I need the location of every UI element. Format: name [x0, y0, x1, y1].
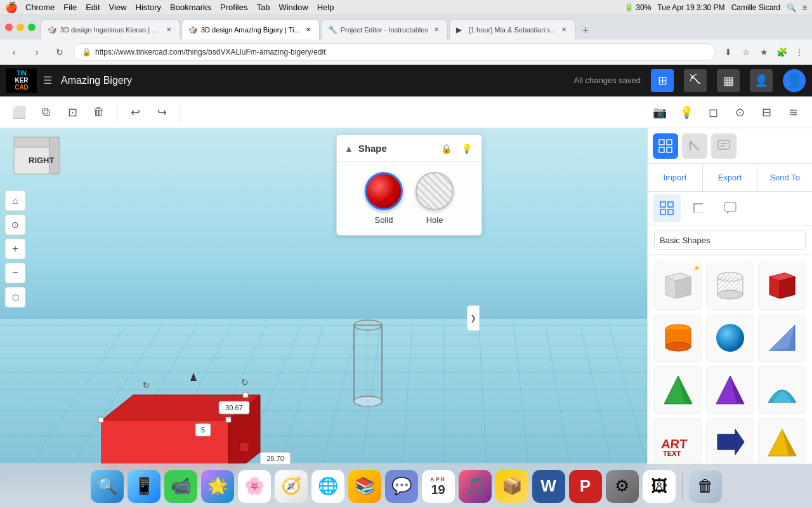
panel-collapse-btn[interactable]: ❯: [467, 305, 480, 331]
menu-history[interactable]: History: [136, 3, 161, 12]
address-box[interactable]: 🔒 https://www.tinkercad.com/things/bsdVX…: [74, 43, 716, 61]
align-btn[interactable]: ⊙: [728, 101, 751, 124]
dock-system-prefs[interactable]: ⚙: [606, 470, 639, 503]
gallery-btn[interactable]: ▦: [717, 69, 740, 92]
forward-button[interactable]: ›: [28, 43, 46, 61]
menu-profiles[interactable]: Profiles: [220, 3, 247, 12]
group-btn[interactable]: ⊡: [61, 101, 84, 124]
tab4-close[interactable]: ✕: [560, 25, 568, 34]
profile-btn[interactable]: 👤: [783, 69, 806, 92]
dock-preview[interactable]: 🖼: [643, 470, 676, 503]
tinkercad-logo[interactable]: TIN KER CAD: [6, 69, 37, 93]
shapes-comment-view-btn[interactable]: [716, 194, 744, 222]
dock-ibooks[interactable]: 📚: [348, 470, 381, 503]
refresh-button[interactable]: ↻: [51, 43, 69, 61]
bulb-panel-icon[interactable]: 💡: [459, 141, 474, 156]
undo-btn[interactable]: ↩: [124, 101, 147, 124]
collapse-panel-btn[interactable]: ▲: [344, 144, 353, 154]
shape-cone-green[interactable]: [654, 366, 702, 414]
corner-panel-tab[interactable]: [682, 133, 707, 159]
shape-cylinder-hole[interactable]: [706, 262, 754, 310]
menu-edit[interactable]: Edit: [86, 3, 100, 12]
dock-discord[interactable]: 💬: [385, 470, 418, 503]
menu-help[interactable]: Help: [317, 3, 334, 12]
menu-tab[interactable]: Tab: [256, 3, 270, 12]
menu-chrome[interactable]: Chrome: [25, 3, 55, 12]
select-btn[interactable]: ◻: [702, 101, 724, 124]
dock-siri[interactable]: 🌟: [201, 470, 234, 503]
dock-photos[interactable]: 🌸: [238, 470, 271, 503]
menu-file[interactable]: File: [63, 3, 77, 12]
shape-text-red[interactable]: ART TEXT: [654, 418, 702, 466]
solid-option[interactable]: Solid: [365, 172, 403, 225]
dock-chrome[interactable]: 🌐: [311, 470, 344, 503]
search-icon[interactable]: 🔍: [787, 3, 796, 12]
menu-view[interactable]: View: [109, 3, 127, 12]
dock-pages[interactable]: P: [569, 470, 602, 503]
shape-sphere[interactable]: [706, 314, 754, 362]
dock-notes[interactable]: 📦: [495, 470, 528, 503]
pick-tool-btn[interactable]: ⛏: [684, 69, 707, 92]
tab1-close[interactable]: ✕: [164, 25, 173, 34]
shape-roof-teal[interactable]: [758, 366, 806, 414]
grid-panel-tab[interactable]: [653, 133, 678, 159]
tab2-close[interactable]: ✕: [304, 25, 313, 34]
new-shape-btn[interactable]: ⬜: [8, 101, 30, 124]
shape-wedge-blue[interactable]: [758, 314, 806, 362]
menu-icon[interactable]: ≡: [802, 3, 807, 12]
shapes-category-select[interactable]: Basic Shapes Letters Connectors Symbols …: [654, 231, 806, 250]
settings-icon[interactable]: ⋮: [792, 44, 807, 60]
hamburger-menu[interactable]: ☰: [43, 74, 52, 86]
chat-panel-tab[interactable]: [711, 133, 737, 159]
star-icon[interactable]: ★: [756, 44, 771, 60]
apple-menu[interactable]: 🍎: [5, 1, 18, 13]
dock-safari[interactable]: 🧭: [275, 470, 308, 503]
tab-4[interactable]: ▶ [1 hour] Mia & Sebastian's... ✕: [449, 19, 575, 39]
tab-2[interactable]: 🎲 3D design Amazing Bigery | Ti... ✕: [181, 19, 320, 39]
dock-appstore[interactable]: 📱: [128, 470, 160, 503]
add-user-btn[interactable]: 👤: [750, 69, 773, 92]
shape-pyramid-yellow[interactable]: [758, 418, 806, 466]
redo-btn[interactable]: ↪: [150, 101, 173, 124]
delete-btn[interactable]: 🗑: [88, 101, 110, 124]
mirror-btn[interactable]: ≋: [782, 101, 804, 124]
dock-word[interactable]: W: [532, 470, 565, 503]
shapes-grid-view-btn[interactable]: [653, 194, 681, 222]
tab-3[interactable]: 🔧 Project Editor - Instructables ✕: [321, 19, 448, 39]
lighting-btn[interactable]: 💡: [675, 101, 698, 124]
export-btn[interactable]: Export: [703, 164, 758, 191]
menu-bookmarks[interactable]: Bookmarks: [170, 3, 211, 12]
bookmark-icon[interactable]: ☆: [738, 44, 754, 60]
shape-cylinder-orange[interactable]: [654, 314, 702, 362]
ruler-btn[interactable]: ⊟: [755, 101, 778, 124]
shapes-corner-view-btn[interactable]: [684, 194, 712, 222]
tab3-close[interactable]: ✕: [432, 25, 441, 34]
dock-finder[interactable]: 🔍: [91, 470, 124, 503]
tab1-favicon: 🎲: [48, 25, 56, 34]
close-button[interactable]: [5, 23, 13, 31]
shape-box-hole[interactable]: ★: [654, 262, 702, 310]
maximize-button[interactable]: [28, 23, 36, 31]
menu-window[interactable]: Window: [278, 3, 308, 12]
back-button[interactable]: ‹: [5, 43, 23, 61]
shape-box-solid[interactable]: [758, 262, 806, 310]
send-to-btn[interactable]: Send To: [757, 164, 812, 191]
lock-panel-icon[interactable]: 🔒: [438, 141, 454, 156]
dock-facetime[interactable]: 📹: [164, 470, 197, 503]
grid-view-btn[interactable]: ⊞: [651, 69, 674, 92]
dock-calendar[interactable]: APR 19: [422, 470, 455, 503]
camera-btn[interactable]: 📷: [648, 101, 671, 124]
new-tab-button[interactable]: +: [577, 22, 594, 39]
hole-option[interactable]: Hole: [416, 172, 454, 225]
duplicate-btn[interactable]: ⧉: [34, 101, 57, 124]
tab-1[interactable]: 🎲 3D design Ingenious Kieran | T... ✕: [41, 19, 180, 39]
dock-trash[interactable]: 🗑: [689, 470, 722, 503]
import-btn[interactable]: Import: [648, 164, 703, 191]
viewport[interactable]: RIGHT: [0, 128, 647, 508]
minimize-button[interactable]: [16, 23, 24, 31]
dock-music[interactable]: 🎵: [459, 470, 492, 503]
shape-arrow-navy[interactable]: [706, 418, 754, 466]
extension-icon[interactable]: 🧩: [774, 44, 789, 60]
shape-pyramid-purple[interactable]: [706, 366, 754, 414]
download-icon[interactable]: ⬇: [721, 44, 736, 60]
